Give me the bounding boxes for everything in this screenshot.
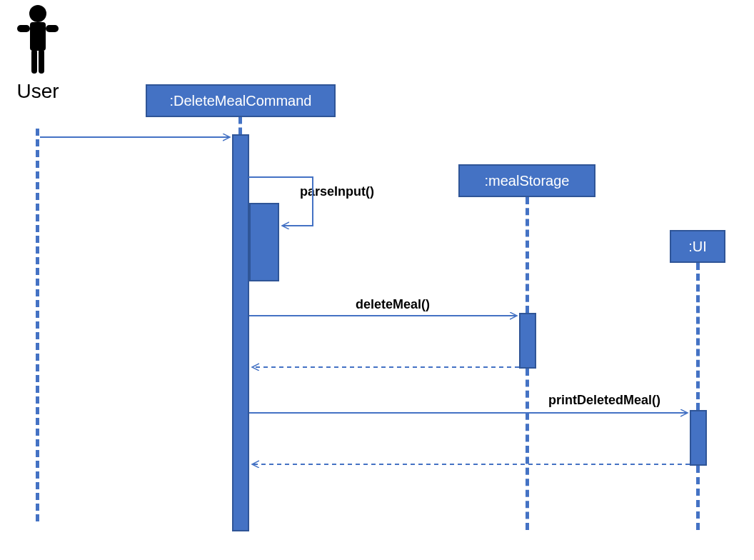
participant-label: :DeleteMealCommand <box>170 93 312 109</box>
actor-label: User <box>13 80 63 103</box>
lifeline-meal-storage-b <box>526 369 529 530</box>
message-parse-input: parseInput() <box>300 184 374 199</box>
arrows-overlay <box>0 0 754 560</box>
svg-rect-2 <box>17 25 30 32</box>
svg-rect-1 <box>30 22 46 51</box>
participant-meal-storage: :mealStorage <box>458 164 595 197</box>
lifeline-dmc <box>238 117 242 134</box>
lifeline-meal-storage-a <box>526 197 529 313</box>
sequence-diagram: User :DeleteMealCommand :mealStorage :UI… <box>0 0 754 560</box>
svg-rect-5 <box>39 49 44 74</box>
lifeline-ui-a <box>696 263 700 410</box>
activation-ui <box>690 410 707 466</box>
participant-label: :UI <box>688 239 707 255</box>
activation-parse-input <box>249 203 279 281</box>
lifeline-user <box>36 129 39 521</box>
message-delete-meal: deleteMeal() <box>356 297 430 312</box>
activation-meal-storage <box>519 313 536 369</box>
svg-point-0 <box>29 5 46 22</box>
svg-rect-4 <box>31 49 37 74</box>
actor-icon <box>13 4 63 81</box>
message-print-deleted-meal: printDeletedMeal() <box>548 393 660 408</box>
participant-ui: :UI <box>670 230 725 263</box>
svg-rect-3 <box>46 25 59 32</box>
activation-dmc <box>232 134 249 531</box>
participant-delete-meal-command: :DeleteMealCommand <box>146 84 336 117</box>
participant-label: :mealStorage <box>485 173 570 189</box>
lifeline-ui-b <box>696 466 700 530</box>
